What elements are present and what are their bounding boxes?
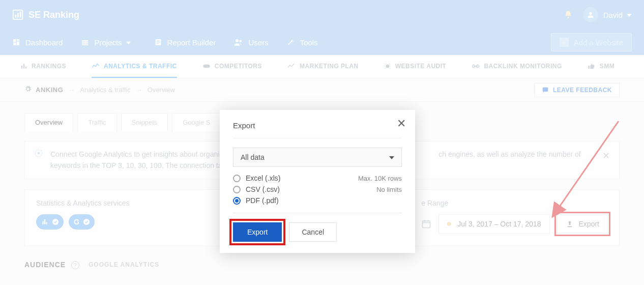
radio-xls-label: Excel (.xls) <box>246 174 280 182</box>
radio-csv-label: CSV (.csv) <box>246 185 280 193</box>
radio-csv[interactable]: CSV (.csv) No limits <box>233 185 402 193</box>
modal-export-button[interactable]: Export <box>233 222 282 242</box>
modal-title: Export <box>233 121 402 130</box>
triangle-down-icon <box>389 153 394 161</box>
export-modal: ✕ Export All data Excel (.xls) Max. 10K … <box>220 110 415 253</box>
export-scope-select[interactable]: All data <box>233 148 402 167</box>
modal-close-icon[interactable]: ✕ <box>397 117 406 130</box>
radio-pdf-label: PDF (.pdf) <box>246 196 279 205</box>
radio-csv-note: No limits <box>376 186 402 193</box>
radio-xls[interactable]: Excel (.xls) Max. 10K rows <box>233 174 402 182</box>
radio-icon <box>233 186 241 193</box>
radio-icon <box>233 197 241 205</box>
radio-icon <box>233 175 241 182</box>
radio-xls-note: Max. 10K rows <box>358 175 402 182</box>
export-scope-value: All data <box>241 153 265 161</box>
modal-cancel-button[interactable]: Cancel <box>289 222 337 242</box>
modal-overlay: ✕ Export All data Excel (.xls) Max. 10K … <box>0 0 644 285</box>
radio-pdf[interactable]: PDF (.pdf) <box>233 196 402 205</box>
